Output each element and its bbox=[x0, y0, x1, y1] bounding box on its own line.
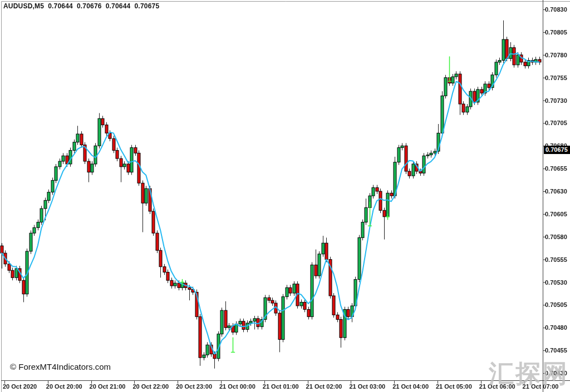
time-axis-label: 21 Oct 01:00 bbox=[263, 383, 299, 390]
quote-close: 0.70675 bbox=[134, 2, 159, 10]
watermark-text: 汇探网 bbox=[489, 361, 569, 386]
price-axis-label: 0.70655 bbox=[545, 165, 567, 172]
price-axis-label: 0.70805 bbox=[545, 29, 567, 36]
price-axis-label: 0.70830 bbox=[545, 6, 567, 13]
time-axis-label: 20 Oct 2020 bbox=[3, 383, 37, 390]
time-axis-label: 21 Oct 05:00 bbox=[436, 383, 472, 390]
price-axis-label: 0.70630 bbox=[545, 188, 567, 195]
time-axis-label: 20 Oct 22:00 bbox=[132, 383, 169, 390]
price-axis-label: 0.70605 bbox=[545, 211, 567, 217]
price-axis-label: 0.70780 bbox=[545, 52, 567, 58]
price-axis-label: 0.70730 bbox=[545, 97, 567, 104]
price-axis-label: 0.70555 bbox=[545, 256, 567, 263]
quote-open: 0.70644 bbox=[48, 2, 73, 10]
price-axis-label: 0.70530 bbox=[545, 279, 567, 286]
time-axis-label: 21 Oct 02:00 bbox=[306, 383, 342, 390]
price-axis-label: 0.70455 bbox=[545, 347, 567, 354]
quote-low: 0.70644 bbox=[106, 2, 131, 10]
price-axis-label: 0.70755 bbox=[545, 75, 567, 81]
mt4-chart-window: AUDUSD,M50.706440.706760.706440.70675 0.… bbox=[0, 0, 570, 392]
time-axis-label: 20 Oct 23:00 bbox=[176, 383, 212, 390]
price-axis-label: 0.70705 bbox=[545, 120, 567, 126]
price-axis-label: 0.70480 bbox=[545, 324, 567, 331]
quote-line: AUDUSD,M50.706440.706760.706440.70675 bbox=[3, 2, 163, 10]
candlestick-chart-canvas[interactable] bbox=[0, 0, 570, 392]
quote-high: 0.70676 bbox=[77, 2, 102, 10]
time-axis-label: 20 Oct 21:00 bbox=[90, 383, 126, 390]
symbol-period-label: AUDUSD,M5 bbox=[3, 2, 44, 10]
copyright-text: © ForexMT4Indicators.com bbox=[10, 362, 111, 371]
price-axis-label: 0.70580 bbox=[545, 234, 567, 240]
time-axis-label: 21 Oct 00:00 bbox=[219, 383, 255, 390]
time-axis-label: 21 Oct 03:00 bbox=[349, 383, 385, 390]
time-axis-label: 21 Oct 04:00 bbox=[392, 383, 429, 390]
time-axis-label: 20 Oct 20:00 bbox=[46, 383, 82, 390]
price-axis-label: 0.70505 bbox=[545, 301, 567, 308]
current-price-badge: 0.70675 bbox=[544, 146, 570, 154]
